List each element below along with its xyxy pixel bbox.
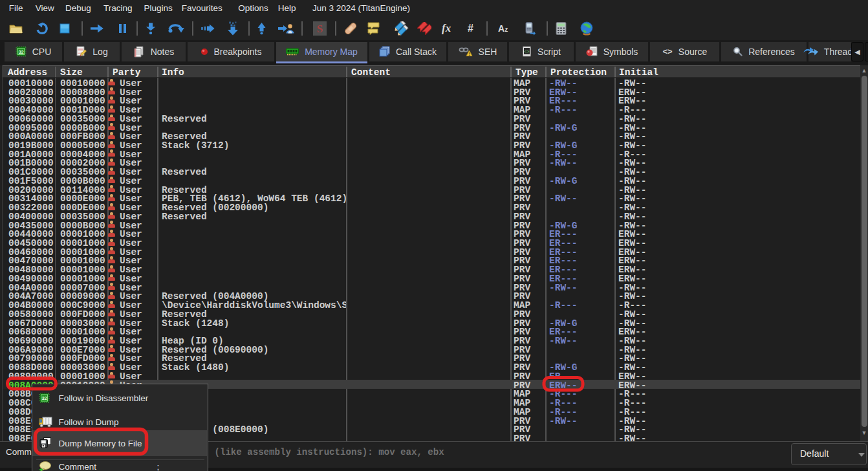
svg-text:!: ! xyxy=(468,51,470,56)
svg-text:32: 32 xyxy=(18,49,23,55)
svg-text:<>: <> xyxy=(525,50,530,54)
svg-text:<>: <> xyxy=(662,47,673,56)
svg-text:32: 32 xyxy=(41,395,47,401)
svg-text:S: S xyxy=(317,23,323,35)
